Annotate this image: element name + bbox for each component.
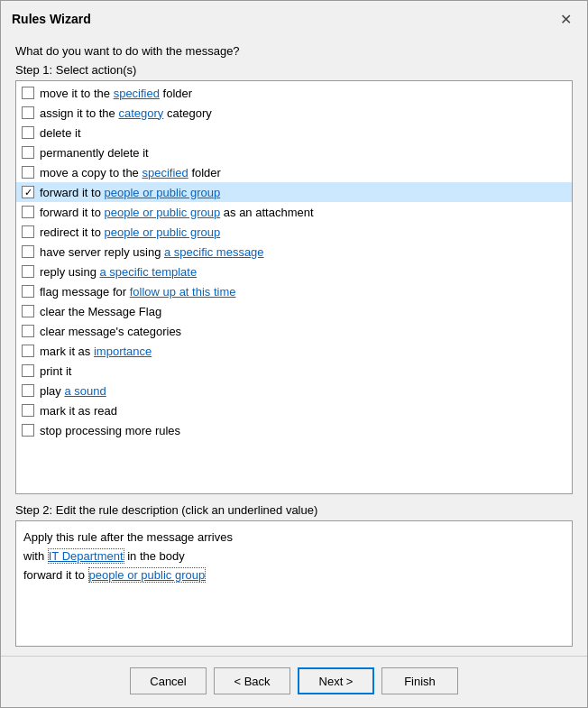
title-bar: Rules Wizard ✕ [1,1,587,35]
checkbox-server-reply[interactable] [22,245,34,258]
link-mark-importance[interactable]: importance [94,345,152,358]
list-item-reply-template[interactable]: reply using a specific template [16,262,572,281]
desc-it-department-link[interactable]: IT Department [48,548,124,564]
checkbox-stop-processing[interactable] [22,424,34,437]
rules-wizard-dialog: Rules Wizard ✕ What do you want to do wi… [0,0,588,708]
link-move-copy[interactable]: specified [142,166,188,179]
checkbox-assign-category[interactable] [22,106,34,119]
item-text-clear-flag: clear the Message Flag [40,305,161,318]
link-move-folder[interactable]: specified [114,87,160,100]
list-item-print-it[interactable]: print it [16,361,572,381]
checkbox-forward-group[interactable] [22,186,34,198]
finish-button[interactable]: Finish [381,667,458,694]
list-item-clear-flag[interactable]: clear the Message Flag [16,301,572,321]
action-listbox: move it to the specified folderassign it… [15,80,573,494]
checkbox-perm-delete[interactable] [22,146,34,159]
list-item-flag-message[interactable]: flag message for follow up at this time [16,281,572,301]
item-text-move-copy: move a copy to the specified folder [40,166,221,179]
item-text-mark-importance: mark it as importance [40,345,152,358]
checkbox-clear-categories[interactable] [22,325,34,337]
description-box: Apply this rule after the message arrive… [15,520,573,647]
item-text-server-reply: have server reply using a specific messa… [40,245,264,259]
list-item-redirect[interactable]: redirect it to people or public group [16,222,572,242]
item-text-mark-read: mark it as read [40,404,117,418]
link-redirect[interactable]: people or public group [105,225,221,239]
list-item-server-reply[interactable]: have server reply using a specific messa… [16,242,572,262]
checkbox-forward-attachment[interactable] [22,206,34,218]
link-assign-category[interactable]: category [118,106,163,120]
cancel-button[interactable]: Cancel [130,667,207,694]
checkbox-clear-flag[interactable] [22,305,34,317]
checkbox-move-folder[interactable] [22,87,34,99]
checkbox-delete-it[interactable] [22,126,34,139]
checkbox-play-sound[interactable] [22,384,34,397]
link-forward-group[interactable]: people or public group [105,186,221,199]
list-item-clear-categories[interactable]: clear message's categories [16,321,572,341]
action-list[interactable]: move it to the specified folderassign it… [16,81,572,493]
checkbox-reply-template[interactable] [22,265,34,278]
list-item-mark-importance[interactable]: mark it as importance [16,341,572,361]
checkbox-mark-importance[interactable] [22,345,34,357]
link-reply-template[interactable]: a specific template [99,265,197,279]
checkbox-move-copy[interactable] [22,166,34,179]
checkbox-redirect[interactable] [22,225,34,238]
item-text-forward-group: forward it to people or public group [40,186,220,199]
list-item-forward-attachment[interactable]: forward it to people or public group as … [16,202,572,222]
list-item-perm-delete[interactable]: permanently delete it [16,143,572,162]
desc-line1: Apply this rule after the message arrive… [23,529,565,547]
checkbox-print-it[interactable] [22,364,34,377]
link-flag-message[interactable]: follow up at this time [130,285,236,299]
dialog-title: Rules Wizard [12,12,91,26]
list-item-delete-it[interactable]: delete it [16,123,572,143]
next-button[interactable]: Next > [298,667,374,694]
list-item-stop-processing[interactable]: stop processing more rules [16,420,572,440]
list-item-mark-read[interactable]: mark it as read [16,400,572,420]
item-text-stop-processing: stop processing more rules [40,424,180,437]
item-text-forward-attachment: forward it to people or public group as … [40,206,314,219]
list-item-forward-group[interactable]: forward it to people or public group [16,182,572,202]
list-item-move-folder[interactable]: move it to the specified folder [16,83,572,103]
list-item-move-copy[interactable]: move a copy to the specified folder [16,162,572,182]
desc-people-group-link[interactable]: people or public group [88,567,207,583]
list-item-play-sound[interactable]: play a sound [16,381,572,400]
back-button[interactable]: < Back [214,667,290,694]
close-button[interactable]: ✕ [555,8,576,30]
link-forward-attachment[interactable]: people or public group [105,206,221,219]
desc-line3: forward it to people or public group [23,566,565,585]
desc-line2: with IT Department in the body [23,547,565,566]
item-text-reply-template: reply using a specific template [40,265,197,279]
item-text-clear-categories: clear message's categories [40,325,181,338]
link-server-reply[interactable]: a specific message [164,245,264,259]
dialog-question: What do you want to do with the message? [15,44,573,58]
desc-line3-before: forward it to [23,568,88,582]
desc-line2-after: in the body [124,549,185,563]
list-item-assign-category[interactable]: assign it to the category category [16,103,572,123]
item-text-assign-category: assign it to the category category [40,106,212,120]
link-play-sound[interactable]: a sound [64,384,106,398]
checkbox-mark-read[interactable] [22,404,34,417]
checkbox-flag-message[interactable] [22,285,34,298]
item-text-redirect: redirect it to people or public group [40,225,220,239]
desc-line2-before: with [23,549,48,563]
item-text-delete-it: delete it [40,126,81,140]
item-text-flag-message: flag message for follow up at this time [40,285,236,299]
item-text-print-it: print it [40,364,71,378]
item-text-move-folder: move it to the specified folder [40,87,192,100]
step2-section: Step 2: Edit the rule description (click… [15,503,573,647]
step1-label: Step 1: Select action(s) [15,63,573,77]
item-text-play-sound: play a sound [40,384,106,398]
button-row: Cancel < Back Next > Finish [1,657,587,707]
dialog-body: What do you want to do with the message?… [1,35,587,656]
step2-label: Step 2: Edit the rule description (click… [15,503,573,517]
item-text-perm-delete: permanently delete it [40,146,149,160]
